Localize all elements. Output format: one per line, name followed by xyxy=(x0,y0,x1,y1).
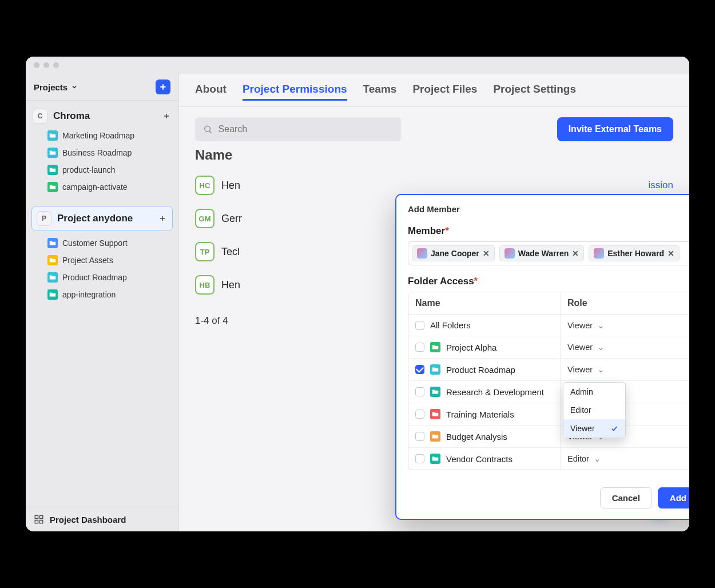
chevron-down-icon: ⌄ xyxy=(597,343,605,352)
tab-project-files[interactable]: Project Files xyxy=(412,83,477,101)
workspace-avatar: C xyxy=(33,109,47,124)
chip-label: Jane Cooper xyxy=(431,249,479,258)
close-button[interactable] xyxy=(688,203,689,215)
column-header-role: Role xyxy=(561,292,689,314)
sidebar-item[interactable]: app-integration xyxy=(26,286,178,303)
search-box[interactable] xyxy=(195,117,401,141)
chevron-down-icon: ⌄ xyxy=(597,365,605,374)
folder-checkbox[interactable] xyxy=(415,432,424,441)
window-dot[interactable] xyxy=(34,62,39,68)
svg-rect-6 xyxy=(35,515,38,518)
invite-external-teams-button[interactable]: Invite External Teams xyxy=(557,117,673,141)
search-input[interactable] xyxy=(219,124,393,134)
window-dot[interactable] xyxy=(43,62,49,68)
sidebar-footer-label: Project Dashboard xyxy=(50,515,126,525)
folder-row: Product RoadmapViewer⌄AdminEditorViewer xyxy=(408,359,689,381)
role-select[interactable]: Editor⌄ xyxy=(567,454,689,463)
folder-checkbox[interactable] xyxy=(415,454,424,463)
svg-rect-9 xyxy=(40,521,43,523)
titlebar xyxy=(26,57,689,74)
cancel-button[interactable]: Cancel xyxy=(600,487,652,508)
member-chip: Wade Warren✕ xyxy=(499,245,584,261)
avatar xyxy=(594,248,604,259)
role-option[interactable]: Editor xyxy=(563,401,625,419)
folder-access-table: Name Role All FoldersViewer⌄Project Alph… xyxy=(408,292,689,470)
sidebar-footer-link[interactable]: Project Dashboard xyxy=(26,507,178,531)
workspace-avatar: P xyxy=(37,211,51,226)
app-window: Projects C Chroma Marketing R xyxy=(26,57,689,531)
sidebar-item[interactable]: Customer Support xyxy=(26,235,178,252)
plus-icon xyxy=(158,82,168,92)
sidebar-item-label: Marketing Roadmap xyxy=(62,131,134,140)
role-option[interactable]: Viewer xyxy=(563,419,625,438)
chip-remove-icon[interactable]: ✕ xyxy=(668,249,674,258)
close-icon xyxy=(688,203,689,213)
folder-checkbox[interactable] xyxy=(415,365,424,374)
add-item-button[interactable] xyxy=(157,213,168,224)
folder-checkbox[interactable] xyxy=(415,387,424,396)
workspace-name: Chroma xyxy=(53,110,90,122)
member-chip: Jane Cooper✕ xyxy=(412,245,495,261)
sidebar-item[interactable]: Project Assets xyxy=(26,252,178,269)
tab-project-settings[interactable]: Project Settings xyxy=(493,83,576,101)
folder-icon xyxy=(47,148,58,158)
edit-permission-link[interactable]: ission xyxy=(649,180,673,191)
add-item-button[interactable] xyxy=(161,111,172,121)
workspace-row[interactable]: P Project anydone xyxy=(35,209,169,228)
folder-icon xyxy=(430,342,440,352)
folder-row: Budget AnalysisViewer⌄ xyxy=(408,426,689,448)
sidebar-item-label: campaign-activate xyxy=(62,182,128,192)
folder-name: Training Materials xyxy=(446,410,514,419)
sidebar-item-label: Product Roadmap xyxy=(62,273,127,282)
tab-teams[interactable]: Teams xyxy=(363,83,397,101)
role-dropdown: AdminEditorViewer xyxy=(563,382,626,438)
column-header-name: Name xyxy=(408,292,561,314)
folder-name: Research & Development xyxy=(446,387,544,397)
projects-switcher-label: Projects xyxy=(34,82,67,92)
tab-project-permissions[interactable]: Project Permissions xyxy=(243,83,347,101)
folder-access-label: Folder Access* xyxy=(408,276,689,287)
folder-icon xyxy=(47,289,58,300)
role-select[interactable]: Viewer⌄ xyxy=(567,321,689,330)
chip-remove-icon[interactable]: ✕ xyxy=(572,249,579,258)
sidebar-item[interactable]: product-launch xyxy=(26,161,178,178)
check-icon xyxy=(610,424,618,432)
folder-icon xyxy=(47,182,58,192)
sidebar-item-label: app-integration xyxy=(62,290,116,299)
folder-row: Training Materials xyxy=(408,403,689,426)
chevron-down-icon: ⌄ xyxy=(594,454,601,463)
folder-checkbox[interactable] xyxy=(415,321,424,330)
section-heading: Name xyxy=(179,144,689,166)
workspace-selected: P Project anydone xyxy=(31,206,173,231)
chip-remove-icon[interactable]: ✕ xyxy=(483,249,490,258)
folder-checkbox[interactable] xyxy=(415,410,424,419)
role-option[interactable]: Admin xyxy=(563,383,625,401)
projects-switcher[interactable]: Projects xyxy=(34,82,78,92)
folder-icon xyxy=(47,130,58,141)
folder-icon xyxy=(430,431,440,442)
add-project-button[interactable] xyxy=(156,80,170,94)
plus-icon xyxy=(162,112,170,120)
add-button[interactable]: Add xyxy=(658,487,689,508)
sidebar: Projects C Chroma Marketing R xyxy=(26,74,179,531)
sidebar-item[interactable]: campaign-activate xyxy=(26,178,178,196)
sidebar-item[interactable]: Product Roadmap xyxy=(26,269,178,286)
folder-checkbox[interactable] xyxy=(415,343,424,352)
folder-icon xyxy=(430,387,440,397)
role-select[interactable]: Viewer⌄ xyxy=(567,343,689,352)
workspace-row[interactable]: C Chroma xyxy=(26,105,178,127)
member-chip-input[interactable]: Jane Cooper✕ Wade Warren✕ Esther Howard✕ xyxy=(408,241,689,265)
tab-about[interactable]: About xyxy=(195,83,227,101)
grid-icon xyxy=(34,514,44,525)
sidebar-item[interactable]: Business Roadmap xyxy=(26,144,178,161)
search-icon xyxy=(203,124,213,134)
svg-point-10 xyxy=(205,126,210,132)
role-select[interactable]: Viewer⌄ xyxy=(567,365,689,374)
folder-row: All FoldersViewer⌄ xyxy=(408,315,689,336)
sidebar-item-label: product-launch xyxy=(62,165,116,174)
folder-icon xyxy=(47,255,58,265)
window-dot[interactable] xyxy=(53,62,59,68)
folder-row: Vendor ContractsEditor⌄ xyxy=(408,448,689,470)
folder-name: Vendor Contracts xyxy=(446,454,513,464)
sidebar-item[interactable]: Marketing Roadmap xyxy=(26,127,178,144)
